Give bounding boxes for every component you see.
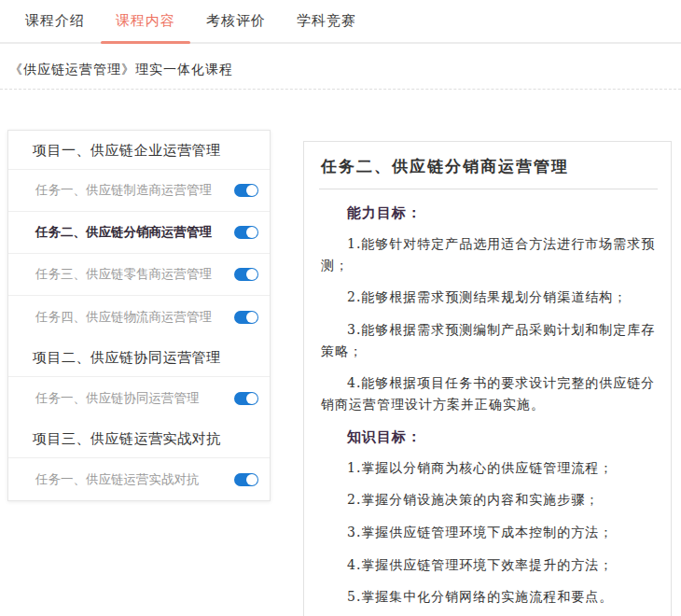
content-panel: 任务二、供应链分销商运营管理 能力目标：1.能够针对特定产品选用适合方法进行市场… [303, 141, 672, 616]
sidebar-section-header[interactable]: 项目二、供应链协同运营管理 [8, 338, 270, 377]
toggle-knob [246, 227, 257, 238]
toggle-knob [246, 312, 257, 323]
objective-item: 3.能够根据需求预测编制产品采购计划和制定库存策略； [321, 319, 656, 361]
tab-bar: 课程介绍课程内容考核评价学科竞赛 [0, 0, 681, 44]
tab-2-active[interactable]: 课程内容 [114, 12, 177, 42]
objective-item: 2.能够根据需求预测结果规划分销渠道结构； [321, 287, 656, 308]
dashed-divider [0, 89, 681, 90]
sidebar-section-header[interactable]: 项目一、供应链企业运营管理 [8, 131, 270, 170]
sidebar-task-label: 任务四、供应链物流商运营管理 [35, 309, 212, 326]
toggle-knob [246, 474, 257, 485]
content-body: 能力目标：1.能够针对特定产品选用适合方法进行市场需求预测；2.能够根据需求预测… [319, 189, 658, 608]
objective-heading: 知识目标： [321, 428, 656, 446]
page-title: 《供应链运营管理》理实一体化课程 [9, 62, 681, 78]
objective-item: 4.掌握供应链管理环境下效率提升的方法； [321, 554, 656, 576]
task-toggle-switch-on[interactable] [234, 311, 258, 324]
objective-item: 2.掌握分销设施决策的内容和实施步骤； [321, 489, 656, 511]
sidebar-task-label: 任务一、供应链协同运营管理 [35, 390, 200, 407]
objective-item: 3.掌握供应链管理环境下成本控制的方法； [321, 522, 656, 543]
sidebar-task-label: 任务三、供应链零售商运营管理 [35, 266, 212, 283]
task-toggle-switch-on[interactable] [234, 392, 258, 405]
sidebar-task-label: 任务一、供应链运营实战对抗 [35, 471, 200, 488]
sidebar-task-item[interactable]: 任务一、供应链协同运营管理 [8, 377, 270, 419]
task-toggle-switch-on[interactable] [234, 184, 258, 197]
objective-item: 5.掌握集中化分销网络的实施流程和要点。 [321, 586, 656, 608]
objective-item: 1.能够针对特定产品选用适合方法进行市场需求预测； [321, 233, 656, 275]
task-toggle-switch-on[interactable] [234, 473, 258, 486]
content-title: 任务二、供应链分销商运营管理 [319, 154, 658, 189]
sidebar: 项目一、供应链企业运营管理任务一、供应链制造商运营管理任务二、供应链分销商运营管… [7, 130, 271, 501]
sidebar-task-item[interactable]: 任务四、供应链物流商运营管理 [8, 296, 270, 338]
main-layout: 项目一、供应链企业运营管理任务一、供应链制造商运营管理任务二、供应链分销商运营管… [0, 130, 681, 616]
sidebar-task-label: 任务二、供应链分销商运营管理 [35, 224, 212, 241]
tab-1[interactable]: 课程介绍 [23, 12, 87, 42]
objective-heading: 能力目标： [321, 204, 656, 222]
sidebar-task-item-selected[interactable]: 任务二、供应链分销商运营管理 [8, 212, 270, 254]
tab-3[interactable]: 考核评价 [204, 12, 268, 42]
tab-4[interactable]: 学科竞赛 [295, 12, 358, 42]
sidebar-task-item[interactable]: 任务一、供应链制造商运营管理 [8, 170, 270, 212]
sidebar-section-header[interactable]: 项目三、供应链运营实战对抗 [8, 419, 270, 458]
objective-item: 4.能够根据项目任务书的要求设计完整的供应链分销商运营管理设计方案并正确实施。 [321, 372, 656, 414]
toggle-knob [246, 393, 257, 404]
task-toggle-switch-on[interactable] [234, 268, 258, 281]
toggle-knob [246, 269, 257, 280]
sidebar-task-item[interactable]: 任务三、供应链零售商运营管理 [8, 254, 270, 296]
sidebar-section-3: 项目三、供应链运营实战对抗任务一、供应链运营实战对抗 [8, 419, 270, 500]
sidebar-section-2: 项目二、供应链协同运营管理任务一、供应链协同运营管理 [8, 338, 270, 419]
task-toggle-switch-on[interactable] [234, 226, 258, 239]
sidebar-task-item[interactable]: 任务一、供应链运营实战对抗 [8, 458, 270, 500]
objective-item: 1.掌握以分销商为核心的供应链管理流程； [321, 457, 656, 479]
toggle-knob [246, 185, 257, 196]
sidebar-section-1: 项目一、供应链企业运营管理任务一、供应链制造商运营管理任务二、供应链分销商运营管… [8, 131, 270, 338]
sidebar-task-label: 任务一、供应链制造商运营管理 [35, 182, 212, 199]
